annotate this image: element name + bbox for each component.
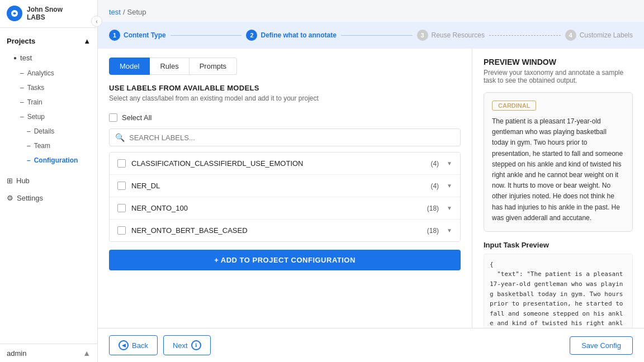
preview-text: The patient is a pleasant 17-year-old ge… <box>492 116 624 223</box>
model-count-2: (18) <box>427 204 439 212</box>
preview-title: PREVIEW WINDOW <box>484 58 633 66</box>
breadcrumb-parent[interactable]: test <box>109 8 121 16</box>
sidebar-footer: admin ▲ <box>0 344 97 362</box>
back-label: Back <box>132 341 148 350</box>
back-button[interactable]: ◀ Back <box>109 335 158 355</box>
settings-icon: ⚙ <box>7 194 13 202</box>
step-connector-1 <box>171 35 242 36</box>
next-button[interactable]: Next ℹ <box>163 335 211 355</box>
model-checkbox-3[interactable] <box>117 226 126 235</box>
left-panel: Model Rules Prompts USE LABELS FROM AVAI… <box>98 49 472 328</box>
model-row-2[interactable]: NER_ONTO_100 (18) ▼ <box>110 197 460 220</box>
sidebar-collapse-button[interactable]: ‹ <box>91 16 102 27</box>
chevron-icon-3: ▼ <box>447 227 452 234</box>
breadcrumb-current: Setup <box>127 8 146 16</box>
hub-label: Hub <box>16 177 30 185</box>
dot-icon: – <box>20 113 24 121</box>
sidebar-item-test[interactable]: ● test <box>0 50 97 66</box>
footer: ◀ Back Next ℹ Save Config <box>98 328 644 362</box>
tasks-label: Tasks <box>27 84 45 92</box>
model-row-0[interactable]: CLASSIFICATION_CLASSIFIERDL_USE_EMOTION … <box>110 153 460 175</box>
search-input[interactable] <box>129 134 454 142</box>
stepper: 1 Content Type 2 Define what to annotate… <box>98 22 644 49</box>
tab-model[interactable]: Model <box>109 58 150 75</box>
section-title: USE LABELS FROM AVAILABLE MODELS <box>109 84 461 92</box>
step-1-label: Content Type <box>124 31 166 39</box>
sidebar-item-details[interactable]: – Details <box>0 124 97 139</box>
dot-icon: – <box>27 156 31 164</box>
select-all-row[interactable]: Select All <box>109 109 461 126</box>
step-4: 4 Customize Labels <box>565 30 633 41</box>
analytics-label: Analytics <box>27 69 54 77</box>
sidebar-item-configuration[interactable]: – Configuration <box>0 153 97 168</box>
sidebar-item-tasks[interactable]: – Tasks <box>0 80 97 95</box>
logo-name1: John Snow <box>27 6 63 13</box>
step-2-label: Define what to annotate <box>261 31 336 39</box>
chevron-icon-0: ▼ <box>447 160 452 166</box>
settings-label: Settings <box>17 194 43 202</box>
sidebar-item-team[interactable]: – Team <box>0 139 97 153</box>
dot-icon: – <box>27 142 31 150</box>
breadcrumb: test / Setup <box>98 0 644 22</box>
select-all-checkbox[interactable] <box>109 113 117 122</box>
train-label: Train <box>27 98 42 106</box>
chevron-icon-2: ▼ <box>447 205 452 211</box>
step-2: 2 Define what to annotate <box>246 30 336 41</box>
save-config-button[interactable]: Save Config <box>570 336 633 355</box>
tab-rules[interactable]: Rules <box>150 58 189 75</box>
dot-icon: – <box>20 69 24 77</box>
next-icon: ℹ <box>191 340 201 350</box>
configuration-label: Configuration <box>34 156 78 164</box>
add-to-project-button[interactable]: + ADD TO PROJECT CONFIGURATION <box>109 250 461 270</box>
admin-label: admin <box>7 349 26 358</box>
input-task-json: { "text": "The patient is a pleasant 17-… <box>484 254 633 328</box>
sidebar-item-settings[interactable]: ⚙ Settings <box>0 189 97 207</box>
logo-name2: LABS <box>27 13 63 21</box>
tab-bar: Model Rules Prompts <box>109 58 461 75</box>
step-4-label: Customize Labels <box>580 31 633 39</box>
sidebar-item-train[interactable]: – Train <box>0 95 97 109</box>
projects-label: Projects <box>7 37 35 45</box>
step-3-label: Reuse Resources <box>432 31 485 39</box>
sidebar-item-setup[interactable]: – Setup <box>0 109 97 124</box>
right-panel: PREVIEW WINDOW Preview your taxonomy and… <box>472 49 644 328</box>
sidebar-item-analytics[interactable]: – Analytics <box>0 66 97 80</box>
model-count-3: (18) <box>427 227 439 235</box>
model-row-3[interactable]: NER_ONTO_BERT_BASE_CASED (18) ▼ <box>110 220 460 241</box>
model-row-1[interactable]: NER_DL (4) ▼ <box>110 175 460 197</box>
next-label: Next <box>173 341 188 350</box>
step-3-num: 3 <box>417 30 428 41</box>
main-content: test / Setup 1 Content Type 2 Define wha… <box>98 0 644 362</box>
preview-card: CARDINAL The patient is a pleasant 17-ye… <box>484 92 633 232</box>
back-icon: ◀ <box>119 340 129 350</box>
model-list: CLASSIFICATION_CLASSIFIERDL_USE_EMOTION … <box>109 152 461 242</box>
section-desc: Select any class/label from an existing … <box>109 94 461 102</box>
projects-section[interactable]: Projects ▲ <box>0 32 97 50</box>
model-count-0: (4) <box>430 160 439 168</box>
logo-text: John Snow LABS <box>27 6 63 22</box>
model-checkbox-0[interactable] <box>117 159 126 168</box>
step-3: 3 Reuse Resources <box>417 30 485 41</box>
setup-label: Setup <box>27 113 45 121</box>
model-count-1: (4) <box>430 182 439 190</box>
dot-icon: – <box>20 98 24 106</box>
cardinal-badge: CARDINAL <box>492 101 536 111</box>
hub-icon: ⊞ <box>7 177 13 185</box>
model-checkbox-2[interactable] <box>117 204 126 212</box>
model-name-1: NER_DL <box>131 182 425 190</box>
sidebar-nav: Projects ▲ ● test – Analytics – Tasks – … <box>0 28 97 344</box>
chevron-icon-1: ▼ <box>447 183 452 189</box>
collapse-button[interactable]: ▲ <box>83 349 91 358</box>
step-2-num: 2 <box>246 30 257 41</box>
footer-left: ◀ Back Next ℹ <box>109 335 211 355</box>
tab-prompts[interactable]: Prompts <box>190 58 237 75</box>
sidebar: John Snow LABS Projects ▲ ● test – Analy… <box>0 0 98 362</box>
search-box: 🔍 <box>109 128 461 146</box>
details-label: Details <box>34 127 55 135</box>
sidebar-item-hub[interactable]: ⊞ Hub <box>0 172 97 189</box>
step-1-num: 1 <box>109 30 120 41</box>
chevron-up-icon: ▲ <box>83 37 91 45</box>
step-connector-3 <box>489 35 561 36</box>
breadcrumb-separator: / <box>123 8 125 16</box>
model-checkbox-1[interactable] <box>117 182 126 190</box>
